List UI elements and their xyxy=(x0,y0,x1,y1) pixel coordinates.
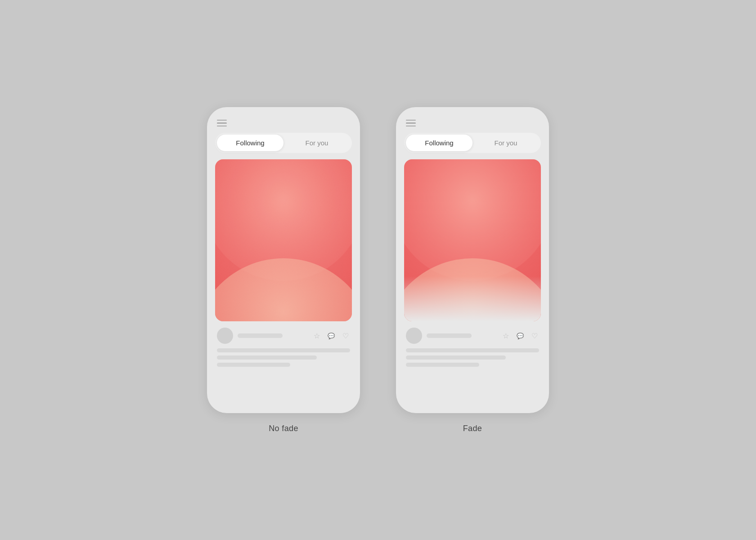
phone-no-fade-frame: Following For you xyxy=(207,107,360,413)
username-line-fade xyxy=(427,333,472,338)
artwork-svg-no-fade xyxy=(215,159,352,321)
phone-no-fade-label: No fade xyxy=(269,424,298,433)
hamburger-icon-fade[interactable] xyxy=(406,120,416,127)
content-line-fade-3 xyxy=(406,363,479,367)
post-actions-fade xyxy=(501,331,539,340)
chat-icon-no-fade[interactable] xyxy=(327,331,336,340)
tab-bar-fade: Following For you xyxy=(404,133,541,153)
post-image-fade xyxy=(404,159,541,321)
heart-icon-fade[interactable] xyxy=(530,331,539,340)
phone-fade-frame: Following For you xyxy=(396,107,549,413)
post-actions-no-fade xyxy=(312,331,350,340)
post-meta-no-fade xyxy=(215,321,352,346)
svg-rect-3 xyxy=(215,159,352,321)
phone-fade-header xyxy=(404,116,541,133)
phone-no-fade-header xyxy=(215,116,352,133)
content-lines-fade xyxy=(404,346,541,367)
content-lines-no-fade xyxy=(215,346,352,367)
star-icon-no-fade[interactable] xyxy=(312,331,321,340)
post-meta-fade xyxy=(404,321,541,346)
heart-icon-no-fade[interactable] xyxy=(341,331,350,340)
content-line-fade-2 xyxy=(406,356,506,360)
hamburger-icon[interactable] xyxy=(217,120,227,127)
tab-following-fade[interactable]: Following xyxy=(406,135,472,151)
content-line-1 xyxy=(217,348,350,352)
phone-fade-label: Fade xyxy=(463,424,482,433)
post-image-no-fade xyxy=(215,159,352,321)
phone-fade-wrapper: Following For you xyxy=(396,107,549,433)
tab-for-you-fade[interactable]: For you xyxy=(472,135,539,151)
content-line-2 xyxy=(217,356,317,360)
tab-following-no-fade[interactable]: Following xyxy=(217,135,284,151)
chat-icon-fade[interactable] xyxy=(516,331,525,340)
fade-overlay xyxy=(404,276,541,321)
phone-no-fade-wrapper: Following For you xyxy=(207,107,360,433)
phones-row: Following For you xyxy=(207,107,549,433)
avatar-no-fade xyxy=(217,328,233,344)
content-line-fade-1 xyxy=(406,348,539,352)
content-line-3 xyxy=(217,363,290,367)
tab-for-you-no-fade[interactable]: For you xyxy=(284,135,350,151)
avatar-fade xyxy=(406,328,422,344)
tab-bar-no-fade: Following For you xyxy=(215,133,352,153)
username-line-no-fade xyxy=(238,333,283,338)
star-icon-fade[interactable] xyxy=(501,331,510,340)
